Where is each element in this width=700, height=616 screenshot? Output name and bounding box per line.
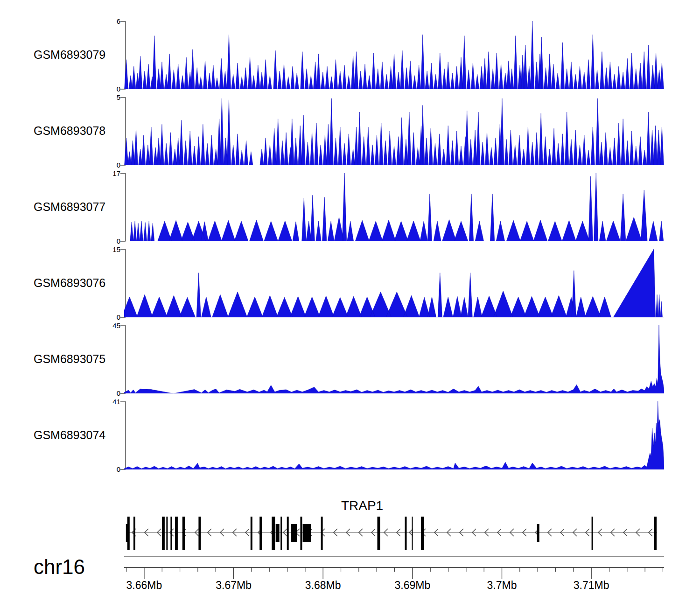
gene-exon bbox=[251, 517, 252, 550]
y-axis-max-label: 5 bbox=[97, 93, 120, 101]
gene-exon bbox=[182, 517, 185, 550]
track-row: GSM6893074410 bbox=[0, 401, 700, 469]
gene-exon bbox=[133, 517, 135, 550]
y-axis-max-label: 17 bbox=[97, 169, 120, 177]
y-axis-zero-label: 0 bbox=[97, 237, 120, 245]
genome-browser-figure: GSM689307960GSM689307850GSM6893077170GSM… bbox=[0, 0, 700, 616]
axis-tick-label: 3.66Mb bbox=[126, 579, 162, 591]
coverage-area-plot bbox=[124, 97, 664, 165]
gene-exon bbox=[321, 517, 323, 550]
y-axis-zero-label: 0 bbox=[97, 85, 120, 93]
track-label: GSM6893079 bbox=[34, 48, 122, 62]
track-label: GSM6893078 bbox=[34, 124, 122, 138]
gene-exon bbox=[175, 517, 178, 550]
gene-exon bbox=[592, 517, 593, 550]
axis-tick-label: 3.69Mb bbox=[395, 579, 431, 591]
track-row: GSM6893075450 bbox=[0, 325, 700, 393]
y-axis-max-label: 41 bbox=[97, 398, 120, 406]
gene-exon bbox=[166, 517, 168, 550]
coverage-area-plot bbox=[124, 173, 664, 241]
gene-exon bbox=[162, 517, 165, 550]
gene-exon bbox=[412, 517, 413, 550]
gene-exon bbox=[537, 524, 539, 542]
y-axis-max-label: 45 bbox=[97, 322, 120, 329]
gene-exon bbox=[276, 524, 280, 542]
gene-exon bbox=[198, 517, 201, 550]
track-label: GSM6893077 bbox=[34, 200, 122, 214]
track-label: GSM6893076 bbox=[34, 276, 122, 290]
track-row: GSM6893076150 bbox=[0, 249, 700, 317]
gene-exon bbox=[170, 517, 172, 550]
gene-exon bbox=[280, 517, 282, 550]
y-axis-max-label: 15 bbox=[97, 245, 120, 253]
coverage-area-plot bbox=[124, 325, 664, 393]
axis-tick-label: 3.7Mb bbox=[487, 579, 517, 591]
y-axis-zero-label: 0 bbox=[97, 161, 120, 169]
axis-tick-label: 3.68Mb bbox=[305, 579, 341, 591]
gene-exon bbox=[405, 517, 407, 550]
gene-exon bbox=[421, 517, 424, 550]
gene-exon bbox=[303, 524, 311, 542]
gene-exon bbox=[654, 517, 657, 550]
coverage-area-plot bbox=[124, 401, 664, 469]
axis-tick-label: 3.67Mb bbox=[216, 579, 252, 591]
gene-exon bbox=[301, 517, 302, 550]
gene-exon bbox=[272, 517, 275, 550]
genome-axis: 3.66Mb3.67Mb3.68Mb3.69Mb3.7Mb3.71Mb bbox=[124, 553, 664, 597]
gene-exon bbox=[378, 517, 380, 550]
gene-exon bbox=[127, 517, 130, 550]
track-label: GSM6893075 bbox=[34, 352, 122, 366]
y-axis-zero-label: 0 bbox=[97, 465, 120, 473]
gene-exon bbox=[291, 524, 297, 542]
axis-tick-label: 3.71Mb bbox=[574, 579, 609, 591]
track-label: GSM6893074 bbox=[34, 428, 122, 442]
gene-exon bbox=[287, 517, 289, 550]
gene-model-track bbox=[124, 513, 664, 555]
y-axis-max-label: 6 bbox=[97, 17, 120, 25]
chromosome-label: chr16 bbox=[34, 555, 85, 579]
gene-exon bbox=[259, 517, 262, 550]
coverage-area-plot bbox=[124, 249, 664, 317]
track-row: GSM689307960 bbox=[0, 21, 700, 89]
y-axis-zero-label: 0 bbox=[97, 389, 120, 397]
track-row: GSM689307850 bbox=[0, 97, 700, 165]
gene-name-label: TRAP1 bbox=[311, 498, 413, 513]
track-row: GSM6893077170 bbox=[0, 173, 700, 241]
y-axis-zero-label: 0 bbox=[97, 313, 120, 321]
coverage-area-plot bbox=[124, 21, 664, 89]
